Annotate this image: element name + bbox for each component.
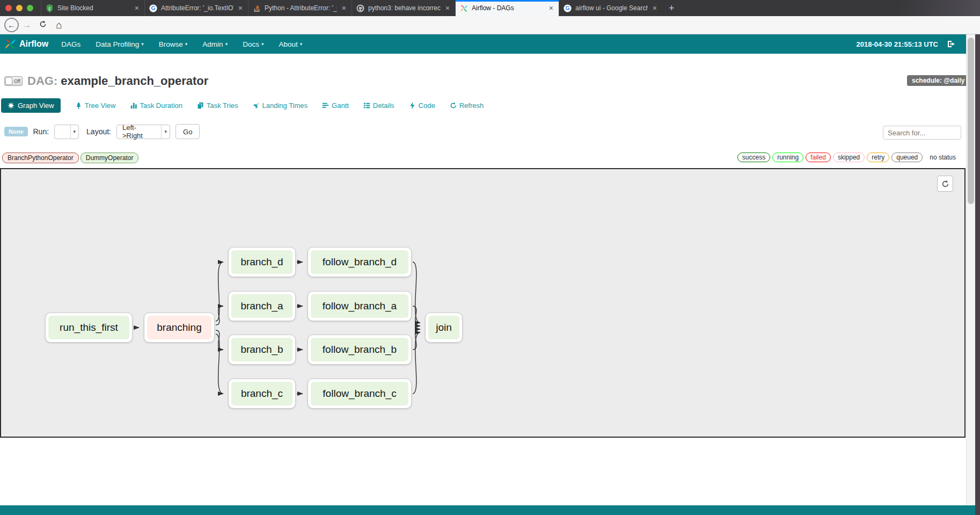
back-button[interactable]: ← xyxy=(4,18,19,32)
view-tab-code[interactable]: Code xyxy=(409,101,435,110)
view-tab-tree-view[interactable]: Tree View xyxy=(75,101,116,110)
graph-canvas xyxy=(0,168,966,438)
task-label: follow_branch_d xyxy=(311,250,408,274)
plane-icon xyxy=(253,102,260,109)
navbar-item-admin[interactable]: Admin▾ xyxy=(195,34,235,54)
view-tab-label: Task Tries xyxy=(207,101,238,110)
airflow-logo-icon xyxy=(4,38,16,50)
view-tab-label: Refresh xyxy=(459,101,484,110)
navbar-item-about[interactable]: About▾ xyxy=(271,34,310,54)
close-icon[interactable]: × xyxy=(237,4,244,12)
screen: £Site Blocked×GAttributeError: '_io.Text… xyxy=(0,0,980,515)
navbar-item-docs[interactable]: Docs▾ xyxy=(235,34,271,54)
airflow-brand[interactable]: Airflow xyxy=(0,38,54,50)
browser-tab[interactable]: Python - AttributeError: '_io.Te× xyxy=(248,0,352,16)
graph-node-follow_branch_c[interactable]: follow_branch_c xyxy=(308,379,412,409)
chevron-down-icon: ▾ xyxy=(225,41,228,47)
navbar-item-dags[interactable]: DAGs xyxy=(54,34,88,54)
navbar-item-browse[interactable]: Browse▾ xyxy=(151,34,195,54)
view-tab-gantt[interactable]: Gantt xyxy=(322,101,349,110)
google-icon: G xyxy=(149,4,157,12)
graph-node-branch_d[interactable]: branch_d xyxy=(228,247,296,277)
view-tab-label: Landing Times xyxy=(262,101,308,110)
browser-tab[interactable]: Airflow - DAGs× xyxy=(455,0,559,16)
task-label: follow_branch_b xyxy=(311,338,408,361)
close-icon[interactable]: × xyxy=(444,4,451,12)
dag-pause-toggle[interactable]: Off xyxy=(4,76,23,86)
browser-tab[interactable]: £Site Blocked× xyxy=(41,0,144,16)
tab-title: Python - AttributeError: '_io.Te xyxy=(265,4,337,12)
google-icon: G xyxy=(564,4,572,12)
page-scrollbar[interactable] xyxy=(966,34,975,505)
tab-title: AttributeError: '_io.TextIOWrapp xyxy=(161,4,233,12)
task-label: follow_branch_a xyxy=(311,294,408,318)
navbar-item-label: Browse xyxy=(159,40,183,48)
zoom-window-icon[interactable] xyxy=(27,5,33,11)
graph-node-branch_b[interactable]: branch_b xyxy=(228,335,296,365)
scrollbar-thumb[interactable] xyxy=(968,38,974,204)
view-tab-graph-view[interactable]: Graph View xyxy=(1,98,61,113)
view-tab-label: Task Duration xyxy=(140,101,182,110)
status-legend-retry: retry xyxy=(867,153,889,162)
view-tab-label: Code xyxy=(419,101,435,110)
graph-node-branching[interactable]: branching xyxy=(144,313,215,343)
view-tab-refresh[interactable]: Refresh xyxy=(450,101,484,110)
dag-title-prefix: DAG: xyxy=(27,74,57,88)
navbar-item-data-profiling[interactable]: Data Profiling▾ xyxy=(88,34,151,54)
navbar-item-label: Data Profiling xyxy=(96,40,139,48)
chart-icon xyxy=(130,102,137,109)
view-tab-task-tries[interactable]: Task Tries xyxy=(197,101,238,110)
browser-tab[interactable]: Gairflow ui - Google Search× xyxy=(559,0,662,16)
task-label: join xyxy=(428,316,459,339)
close-icon[interactable]: × xyxy=(134,4,140,12)
task-label: branching xyxy=(147,316,211,339)
dag-header: Off DAG:example_branch_operator xyxy=(4,74,208,88)
task-label: run_this_first xyxy=(48,316,129,339)
graph-node-branch_a[interactable]: branch_a xyxy=(228,291,296,321)
chevron-down-icon: ▾ xyxy=(70,125,79,139)
close-window-icon[interactable] xyxy=(5,5,12,11)
task-search-input[interactable] xyxy=(883,126,961,140)
graph-node-join[interactable]: join xyxy=(425,313,463,343)
minimize-window-icon[interactable] xyxy=(16,5,23,11)
graph-node-run_this_first[interactable]: run_this_first xyxy=(45,313,133,343)
task-label: branch_b xyxy=(231,338,292,361)
reload-button[interactable] xyxy=(35,20,51,31)
status-legend-skipped: skipped xyxy=(833,153,865,162)
graph-node-follow_branch_d[interactable]: follow_branch_d xyxy=(308,247,412,277)
logout-icon[interactable] xyxy=(947,40,955,48)
close-icon[interactable]: × xyxy=(341,4,347,12)
graph-node-branch_c[interactable]: branch_c xyxy=(228,379,296,409)
view-tab-landing-times[interactable]: Landing Times xyxy=(253,101,308,110)
new-tab-button[interactable]: + xyxy=(662,0,681,16)
canvas-refresh-button[interactable] xyxy=(937,176,953,192)
close-icon[interactable]: × xyxy=(548,4,554,12)
stackoverflow-icon xyxy=(253,4,261,12)
view-tab-label: Gantt xyxy=(332,101,349,110)
tree-icon xyxy=(75,102,82,109)
schedule-badge: schedule: @daily xyxy=(907,75,969,86)
view-tab-task-duration[interactable]: Task Duration xyxy=(130,101,182,110)
operator-legend: BranchPythonOperatorDummyOperator xyxy=(2,153,138,163)
view-tab-details[interactable]: Details xyxy=(363,101,394,110)
view-tab-label: Graph View xyxy=(18,101,54,110)
close-icon[interactable]: × xyxy=(652,4,658,12)
toggle-label: Off xyxy=(14,78,20,84)
graph-node-follow_branch_a[interactable]: follow_branch_a xyxy=(308,291,412,321)
browser-tab[interactable]: python3: behave incorrectly mo× xyxy=(352,0,455,16)
browser-tab[interactable]: GAttributeError: '_io.TextIOWrapp× xyxy=(144,0,248,16)
layout-select[interactable]: Left->Right▾ xyxy=(116,125,170,139)
view-tab-label: Tree View xyxy=(85,101,116,110)
graph-node-follow_branch_b[interactable]: follow_branch_b xyxy=(308,335,412,365)
tab-title: Site Blocked xyxy=(57,4,130,12)
run-state-badge: None xyxy=(4,127,28,136)
go-button[interactable]: Go xyxy=(175,124,200,139)
view-tab-label: Details xyxy=(373,101,394,110)
forward-button[interactable]: → xyxy=(19,20,35,31)
home-button[interactable]: ⌂ xyxy=(51,19,67,31)
run-select[interactable]: ▾ xyxy=(54,125,79,139)
task-label: branch_c xyxy=(231,382,292,405)
status-legend-no-status: no status xyxy=(925,153,961,162)
browser-toolbar: ← → ⌂ i localhost:8080 /admin/airflow/gr… xyxy=(0,16,980,34)
chevron-down-icon: ▾ xyxy=(261,41,264,47)
